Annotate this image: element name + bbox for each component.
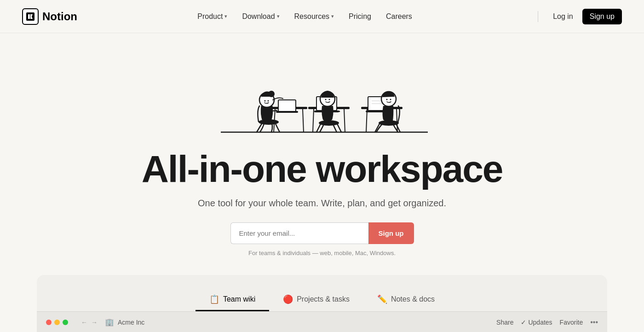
app-nav-arrows: ← → xyxy=(81,319,98,326)
team-wiki-emoji: 📋 xyxy=(209,294,219,304)
nav-product[interactable]: Product ▾ xyxy=(191,9,234,24)
svg-rect-8 xyxy=(278,100,296,111)
hero-illustration xyxy=(202,42,442,139)
app-breadcrumb: 🏢 Acme Inc xyxy=(105,318,144,326)
app-preview-bar: ← → 🏢 Acme Inc Share ✓ Updates Favorite … xyxy=(37,311,607,332)
bottom-section: 📋 Team wiki 🔴 Projects & tasks ✏️ Notes … xyxy=(37,275,607,311)
minimize-dot[interactable] xyxy=(54,320,60,325)
tab-team-wiki-label: Team wiki xyxy=(223,295,255,303)
notion-logo-icon xyxy=(22,8,39,25)
svg-line-16 xyxy=(344,109,345,132)
window-controls xyxy=(46,320,68,325)
close-dot[interactable] xyxy=(46,320,52,325)
nav-resources[interactable]: Resources ▾ xyxy=(288,9,340,24)
hero-form: Sign up xyxy=(230,222,414,244)
hero-subtitle: One tool for your whole team. Write, pla… xyxy=(198,198,446,209)
more-options-button[interactable]: ••• xyxy=(590,318,598,326)
nav-divider xyxy=(538,11,538,22)
svg-point-12 xyxy=(264,100,266,102)
tab-projects-tasks-label: Projects & tasks xyxy=(297,295,350,303)
hero-section: All-in-one workspace One tool for your w… xyxy=(0,33,644,275)
hero-note: For teams & individuals — web, mobile, M… xyxy=(248,250,396,256)
forward-arrow-icon[interactable]: → xyxy=(91,319,98,326)
navbar-auth: Log in Sign up xyxy=(532,9,622,24)
login-button[interactable]: Log in xyxy=(546,9,581,24)
svg-line-7 xyxy=(303,109,304,132)
nav-items: Product ▾ Download ▾ Resources ▾ Pricing… xyxy=(191,9,419,24)
svg-point-39 xyxy=(390,99,391,100)
signup-nav-button[interactable]: Sign up xyxy=(582,9,622,24)
svg-line-15 xyxy=(313,109,314,132)
nav-pricing[interactable]: Pricing xyxy=(342,9,378,24)
share-button[interactable]: Share xyxy=(496,319,513,326)
svg-line-3 xyxy=(275,123,280,132)
notion-logo-text: Notion xyxy=(42,10,77,23)
tab-projects-tasks[interactable]: 🔴 Projects & tasks xyxy=(269,289,363,311)
tab-team-wiki[interactable]: 📋 Team wiki xyxy=(196,289,269,311)
projects-tasks-emoji: 🔴 xyxy=(283,294,293,304)
acme-icon: 🏢 xyxy=(105,318,114,326)
hero-title: All-in-one workspace xyxy=(142,148,503,190)
tab-notes-docs[interactable]: ✏️ Notes & docs xyxy=(363,289,448,311)
svg-point-25 xyxy=(325,99,327,100)
email-input[interactable] xyxy=(230,222,368,244)
maximize-dot[interactable] xyxy=(63,320,68,325)
tab-notes-docs-label: Notes & docs xyxy=(391,295,435,303)
nav-download[interactable]: Download ▾ xyxy=(236,9,286,24)
svg-line-29 xyxy=(397,109,397,132)
svg-point-13 xyxy=(268,100,269,102)
signup-hero-button[interactable]: Sign up xyxy=(368,222,414,244)
back-arrow-icon[interactable]: ← xyxy=(81,319,87,326)
favorite-button[interactable]: Favorite xyxy=(560,319,583,326)
svg-line-28 xyxy=(366,109,367,132)
resources-chevron-icon: ▾ xyxy=(331,13,334,19)
logo-group: Notion xyxy=(22,8,77,25)
svg-point-11 xyxy=(268,91,275,97)
app-bar-actions: Share ✓ Updates Favorite ••• xyxy=(496,318,598,326)
svg-rect-9 xyxy=(276,111,298,113)
feature-tabs: 📋 Team wiki 🔴 Projects & tasks ✏️ Notes … xyxy=(37,289,607,311)
svg-point-38 xyxy=(386,99,388,100)
product-chevron-icon: ▾ xyxy=(224,13,227,19)
navbar: Notion Product ▾ Download ▾ Resources ▾ … xyxy=(0,0,644,33)
checkmark-icon: ✓ xyxy=(521,319,526,326)
svg-point-26 xyxy=(329,99,330,100)
updates-button[interactable]: ✓ Updates xyxy=(521,319,552,326)
notes-docs-emoji: ✏️ xyxy=(377,294,387,304)
download-chevron-icon: ▾ xyxy=(277,13,280,19)
svg-line-23 xyxy=(337,123,341,132)
nav-careers[interactable]: Careers xyxy=(380,9,419,24)
breadcrumb-text: Acme Inc xyxy=(118,319,144,326)
